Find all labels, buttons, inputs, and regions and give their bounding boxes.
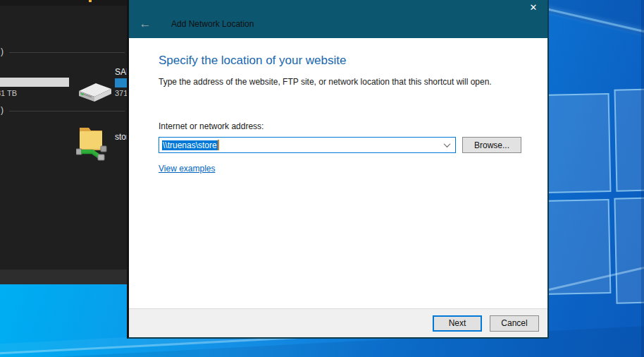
group-header-text: ) [1, 47, 4, 56]
dropdown-button[interactable] [440, 138, 453, 152]
dialog-title: Add Network Location [171, 19, 254, 29]
dialog-titlebar: ← Add Network Location ✕ [129, 0, 547, 38]
explorer-status-bar [0, 270, 128, 284]
network-folder-name: store [115, 132, 128, 142]
text-caret [218, 140, 219, 150]
hard-drive-icon[interactable] [76, 78, 114, 106]
group-header-text: ) [1, 105, 4, 115]
dialog-footer: Next Cancel [129, 308, 547, 337]
address-input[interactable]: \\truenas\store [159, 137, 456, 153]
chevron-down-icon [443, 140, 450, 147]
selected-text: \\truenas\store [162, 140, 218, 150]
cancel-button[interactable]: Cancel [490, 315, 539, 332]
drive-capacity-text: 31 TB [0, 89, 17, 97]
drive-usage-bar [115, 78, 128, 87]
address-row: \\truenas\store Browse... [159, 137, 521, 153]
back-arrow-icon: ← [140, 17, 151, 30]
windows-logo-pane [614, 88, 644, 191]
address-label: Internet or network address: [159, 121, 521, 131]
page-title: Specify the location of your website [159, 38, 521, 68]
explorer-top-edge [0, 0, 128, 6]
group-header-devices[interactable]: ) [0, 47, 128, 58]
file-explorer-window: ) 31 TB SAM 371 ) [0, 0, 128, 284]
windows-logo-pane [542, 199, 612, 295]
view-examples-link[interactable]: View examples [159, 164, 215, 174]
folder-icon-peek [89, 0, 92, 2]
group-divider [9, 111, 125, 111]
drive-capacity-text: 371 [115, 89, 128, 97]
page-description: Type the address of the website, FTP sit… [159, 77, 521, 87]
screen: ) 31 TB SAM 371 ) [0, 0, 644, 357]
browse-button[interactable]: Browse... [462, 137, 521, 153]
windows-logo-pane [614, 197, 644, 303]
windows-logo-pane [542, 93, 612, 193]
add-network-location-dialog: ← Add Network Location ✕ Specify the loc… [127, 0, 549, 339]
dialog-body: Specify the location of your website Typ… [129, 38, 547, 308]
group-divider [9, 52, 125, 53]
close-button[interactable]: ✕ [522, 0, 545, 16]
drive-usage-bar [0, 78, 69, 87]
drive-name: SAM [115, 67, 128, 77]
close-icon: ✕ [530, 2, 538, 13]
screen-edge-shade [641, 0, 644, 357]
group-header-network[interactable]: ) [0, 105, 128, 116]
next-button[interactable]: Next [433, 315, 482, 332]
back-button[interactable]: ← [136, 16, 154, 32]
network-folder-icon [76, 123, 107, 162]
